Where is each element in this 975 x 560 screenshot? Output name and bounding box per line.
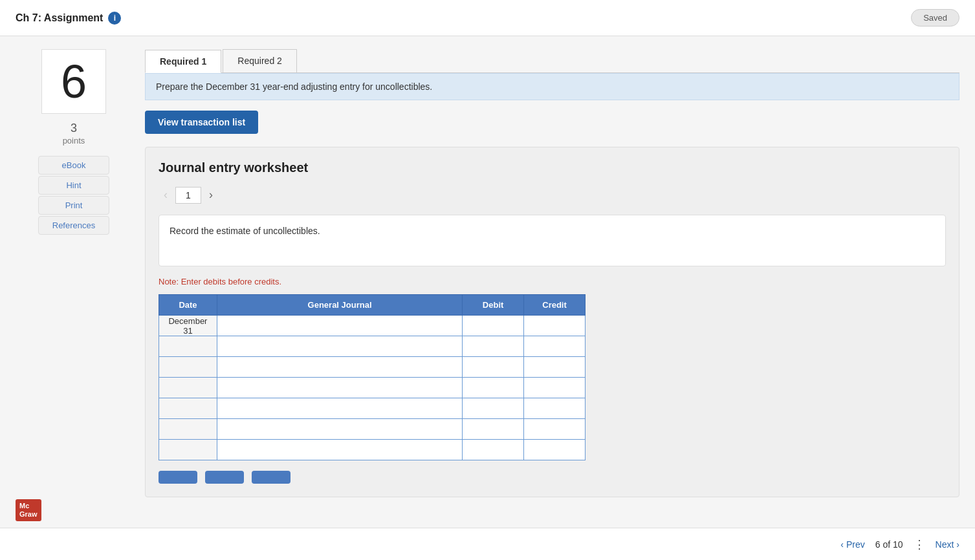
table-row bbox=[159, 357, 586, 378]
worksheet-instruction-box: Record the estimate of uncollectibles. bbox=[159, 215, 946, 266]
page-next-button[interactable]: › bbox=[204, 186, 218, 204]
credit-cell-4[interactable] bbox=[524, 398, 586, 419]
journal-input-4[interactable] bbox=[220, 398, 459, 418]
journal-cell-4[interactable] bbox=[217, 398, 462, 419]
points-text: points bbox=[63, 136, 85, 145]
debit-cell-6[interactable] bbox=[463, 440, 524, 460]
credit-cell-2[interactable] bbox=[524, 357, 586, 378]
tab-required1[interactable]: Required 1 bbox=[145, 50, 221, 73]
credit-input-5[interactable] bbox=[527, 419, 582, 439]
table-row bbox=[159, 440, 586, 460]
table-row bbox=[159, 398, 586, 419]
credit-input-4[interactable] bbox=[527, 398, 582, 418]
date-cell-2 bbox=[159, 357, 217, 378]
ebook-link[interactable]: eBook bbox=[38, 156, 109, 175]
date-cell-6 bbox=[159, 440, 217, 460]
date-cell-4 bbox=[159, 398, 217, 419]
journal-cell-2[interactable] bbox=[217, 357, 462, 378]
header-title: Ch 7: Assignment i bbox=[16, 12, 121, 25]
journal-cell-6[interactable] bbox=[217, 440, 462, 460]
worksheet-title: Journal entry worksheet bbox=[159, 160, 946, 175]
tab-required2[interactable]: Required 2 bbox=[223, 49, 297, 72]
debit-input-2[interactable] bbox=[465, 357, 521, 377]
date-cell-3 bbox=[159, 378, 217, 398]
references-link[interactable]: References bbox=[38, 216, 109, 235]
journal-input-0[interactable] bbox=[220, 316, 459, 336]
view-transaction-button[interactable]: View transaction list bbox=[145, 111, 258, 134]
info-icon[interactable]: i bbox=[108, 12, 121, 25]
points-label: 3 points bbox=[63, 122, 85, 145]
credit-input-2[interactable] bbox=[527, 357, 582, 377]
journal-input-5[interactable] bbox=[220, 419, 459, 439]
content-area: Required 1 Required 2 Prepare the Decemb… bbox=[145, 49, 959, 497]
mcgraw-logo: Mc Graw bbox=[16, 499, 41, 510]
points-number: 3 bbox=[63, 122, 85, 135]
date-cell-0: December31 bbox=[159, 316, 217, 336]
action-btn-3[interactable] bbox=[252, 471, 290, 484]
table-row: December31 bbox=[159, 316, 586, 336]
credit-input-6[interactable] bbox=[527, 440, 582, 460]
debit-cell-5[interactable] bbox=[463, 419, 524, 440]
debit-cell-1[interactable] bbox=[463, 336, 524, 357]
date-cell-1 bbox=[159, 336, 217, 357]
sidebar-links: eBook Hint Print References bbox=[38, 156, 109, 235]
top-header: Ch 7: Assignment i Saved bbox=[0, 0, 975, 36]
debit-input-6[interactable] bbox=[465, 440, 521, 460]
credit-cell-3[interactable] bbox=[524, 378, 586, 398]
tabs: Required 1 Required 2 bbox=[145, 49, 959, 73]
mcgraw-line1: Mc bbox=[19, 502, 29, 510]
note-text: Note: Enter debits before credits. bbox=[159, 277, 946, 286]
debit-cell-0[interactable] bbox=[463, 316, 524, 336]
credit-input-1[interactable] bbox=[527, 336, 582, 356]
instruction-bar: Prepare the December 31 year-end adjusti… bbox=[145, 73, 959, 100]
date-cell-5 bbox=[159, 419, 217, 440]
credit-input-0[interactable] bbox=[527, 316, 582, 336]
col-header-journal: General Journal bbox=[217, 295, 462, 316]
table-row bbox=[159, 378, 586, 398]
debit-cell-2[interactable] bbox=[463, 357, 524, 378]
journal-input-1[interactable] bbox=[220, 336, 459, 356]
question-number: 6 bbox=[61, 55, 87, 108]
action-btn-2[interactable] bbox=[205, 471, 244, 484]
credit-input-3[interactable] bbox=[527, 378, 582, 398]
journal-input-6[interactable] bbox=[220, 440, 459, 460]
credit-cell-1[interactable] bbox=[524, 336, 586, 357]
page-number: 1 bbox=[175, 187, 201, 204]
table-row bbox=[159, 419, 586, 440]
action-btn-1[interactable] bbox=[159, 471, 197, 484]
page-prev-button[interactable]: ‹ bbox=[159, 186, 173, 204]
saved-button[interactable]: Saved bbox=[911, 9, 959, 27]
left-sidebar: 6 3 points eBook Hint Print References bbox=[16, 49, 132, 497]
journal-input-3[interactable] bbox=[220, 378, 459, 398]
worksheet-pagination: ‹ 1 › bbox=[159, 186, 946, 204]
instruction-text: Prepare the December 31 year-end adjusti… bbox=[156, 81, 432, 92]
journal-table: Date General Journal Debit Credit Decemb… bbox=[159, 294, 586, 460]
worksheet-instruction-text: Record the estimate of uncollectibles. bbox=[170, 226, 320, 236]
header-title-text: Ch 7: Assignment bbox=[16, 12, 103, 24]
col-header-date: Date bbox=[159, 295, 217, 316]
question-number-box: 6 bbox=[41, 49, 106, 114]
col-header-credit: Credit bbox=[524, 295, 586, 316]
hint-link[interactable]: Hint bbox=[38, 176, 109, 195]
debit-cell-4[interactable] bbox=[463, 398, 524, 419]
table-row bbox=[159, 336, 586, 357]
worksheet-container: Journal entry worksheet ‹ 1 › Record the… bbox=[145, 147, 959, 497]
debit-input-1[interactable] bbox=[465, 336, 521, 356]
journal-cell-0[interactable] bbox=[217, 316, 462, 336]
mcgraw-box: Mc Graw bbox=[16, 499, 41, 510]
credit-cell-5[interactable] bbox=[524, 419, 586, 440]
credit-cell-6[interactable] bbox=[524, 440, 586, 460]
debit-input-3[interactable] bbox=[465, 378, 521, 398]
journal-cell-5[interactable] bbox=[217, 419, 462, 440]
debit-input-0[interactable] bbox=[465, 316, 521, 336]
debit-cell-3[interactable] bbox=[463, 378, 524, 398]
col-header-debit: Debit bbox=[463, 295, 524, 316]
print-link[interactable]: Print bbox=[38, 196, 109, 215]
debit-input-4[interactable] bbox=[465, 398, 521, 418]
debit-input-5[interactable] bbox=[465, 419, 521, 439]
main-content: 6 3 points eBook Hint Print References R… bbox=[0, 36, 975, 510]
credit-cell-0[interactable] bbox=[524, 316, 586, 336]
journal-cell-1[interactable] bbox=[217, 336, 462, 357]
journal-input-2[interactable] bbox=[220, 357, 459, 377]
journal-cell-3[interactable] bbox=[217, 378, 462, 398]
